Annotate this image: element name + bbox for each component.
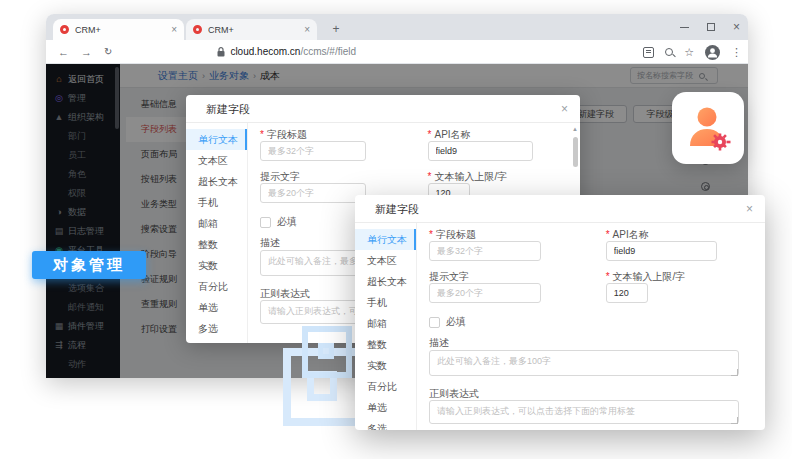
required-checkbox[interactable] — [260, 217, 271, 228]
crm-logo-icon — [60, 25, 69, 34]
modal-title: 新建字段 — [375, 195, 419, 223]
menu-integer[interactable]: 整数 — [355, 334, 416, 355]
required-asterisk: * — [428, 171, 432, 182]
menu-single-line-text[interactable]: 单行文本 — [186, 129, 247, 150]
zoom-lens-icon[interactable] — [665, 48, 673, 56]
required-checkbox[interactable] — [429, 317, 440, 328]
menu-long-text[interactable]: 超长文本 — [355, 271, 416, 292]
hint-text-input[interactable] — [429, 283, 541, 303]
menu-single-select[interactable]: 单选 — [186, 297, 247, 318]
crm-logo-icon — [193, 25, 202, 34]
required-checkbox-row: 必填 — [429, 315, 466, 329]
required-checkbox-label: 必填 — [446, 315, 466, 329]
menu-long-text[interactable]: 超长文本 — [186, 171, 247, 192]
field-form: *字段标题 *API名称 提示文字 *文本输入上限/字 必填 描述 正则表达式 — [429, 223, 739, 430]
hint-text-label: 提示文字 — [429, 270, 469, 284]
required-checkbox-row: 必填 — [260, 215, 297, 229]
tab-strip: CRM+ × CRM+ × + × — [46, 14, 748, 40]
tab-close-icon[interactable]: × — [304, 24, 310, 35]
menu-percent[interactable]: 百分比 — [186, 276, 247, 297]
field-title-input[interactable] — [429, 241, 541, 261]
menu-email[interactable]: 邮箱 — [186, 213, 247, 234]
browser-tab-inactive[interactable]: CRM+ × — [186, 19, 317, 40]
field-title-input[interactable] — [260, 141, 366, 161]
menu-real-number[interactable]: 实数 — [186, 255, 247, 276]
menu-email[interactable]: 邮箱 — [355, 313, 416, 334]
browser-profile-icon[interactable] — [705, 45, 720, 60]
hint-text-input[interactable] — [260, 183, 366, 203]
maximize-icon[interactable] — [707, 23, 715, 31]
field-title-label: *字段标题 — [429, 228, 476, 242]
browser-toolbar-icons: ☆ ⋮ — [643, 40, 742, 64]
new-field-modal-front: 新建字段 × 单行文本 文本区 超长文本 手机 邮箱 整数 实数 百分比 单选 … — [355, 195, 765, 430]
menu-phone[interactable]: 手机 — [355, 292, 416, 313]
lock-icon — [217, 47, 225, 57]
url-text[interactable]: cloud.hecom.cn/ccms/#/field — [230, 46, 356, 57]
text-limit-label: *文本输入上限/字 — [428, 170, 508, 184]
user-gear-icon — [682, 102, 734, 154]
modal-header: 新建字段 × — [355, 195, 765, 223]
menu-text-area[interactable]: 文本区 — [186, 150, 247, 171]
field-title-label: *字段标题 — [260, 128, 307, 142]
modal-scrollbar[interactable] — [573, 137, 578, 167]
menu-percent[interactable]: 百分比 — [355, 376, 416, 397]
description-textarea[interactable] — [429, 350, 739, 376]
required-asterisk: * — [428, 129, 432, 140]
url-path: /ccms/#/field — [300, 46, 356, 57]
object-management-label[interactable]: 对象管理 — [32, 251, 146, 279]
description-label: 描述 — [260, 236, 280, 250]
translate-icon[interactable] — [643, 47, 654, 58]
field-type-menu: 单行文本 文本区 超长文本 手机 邮箱 整数 实数 百分比 单选 多选 — [355, 223, 417, 430]
close-icon[interactable]: × — [746, 195, 753, 223]
tab-title: CRM+ — [75, 25, 165, 35]
menu-phone[interactable]: 手机 — [186, 192, 247, 213]
menu-text-area[interactable]: 文本区 — [355, 250, 416, 271]
menu-integer[interactable]: 整数 — [186, 234, 247, 255]
required-asterisk: * — [429, 229, 433, 240]
reload-icon[interactable]: ↻ — [104, 46, 112, 57]
resize-handle[interactable] — [731, 369, 738, 376]
hint-text-label: 提示文字 — [260, 170, 300, 184]
window-controls: × — [680, 14, 740, 40]
browser-tab-active[interactable]: CRM+ × — [53, 19, 184, 40]
forward-icon[interactable]: → — [81, 46, 92, 58]
description-label: 描述 — [429, 336, 449, 350]
watermark-square-inner — [318, 343, 334, 359]
bookmark-star-icon[interactable]: ☆ — [684, 46, 694, 59]
regex-label: 正则表达式 — [260, 287, 310, 301]
field-type-menu: 单行文本 文本区 超长文本 手机 邮箱 整数 实数 百分比 单选 多选 — [186, 123, 248, 343]
api-name-input[interactable] — [606, 241, 718, 261]
api-name-label: *API名称 — [606, 228, 649, 242]
minimize-icon[interactable] — [680, 27, 689, 28]
resize-handle[interactable] — [731, 417, 738, 424]
back-icon[interactable]: ← — [58, 46, 69, 58]
close-icon[interactable]: × — [561, 95, 568, 123]
tab-close-icon[interactable]: × — [171, 24, 177, 35]
menu-real-number[interactable]: 实数 — [355, 355, 416, 376]
menu-single-select[interactable]: 单选 — [355, 397, 416, 418]
text-limit-label: *文本输入上限/字 — [606, 270, 686, 284]
regex-label: 正则表达式 — [429, 387, 479, 401]
required-asterisk: * — [606, 229, 610, 240]
new-tab-button[interactable]: + — [328, 21, 344, 37]
avatar-card[interactable] — [672, 92, 744, 164]
required-asterisk: * — [606, 271, 610, 282]
window-close-icon[interactable]: × — [733, 21, 740, 33]
menu-dots-icon[interactable]: ⋮ — [731, 46, 742, 59]
address-bar: ← → ↻ cloud.hecom.cn/ccms/#/field ☆ ⋮ — [46, 40, 748, 64]
api-name-input[interactable] — [428, 141, 534, 161]
text-limit-input[interactable] — [606, 283, 648, 303]
modal-header: 新建字段 × — [186, 95, 580, 123]
menu-multi-select[interactable]: 多选 — [355, 418, 416, 430]
watermark-square — [302, 326, 352, 378]
scroll-up-icon[interactable]: ▲ — [572, 126, 578, 132]
menu-single-line-text[interactable]: 单行文本 — [355, 229, 416, 250]
modal-title: 新建字段 — [206, 95, 250, 123]
url-domain: cloud.hecom.cn — [230, 46, 300, 57]
tab-title: CRM+ — [208, 25, 298, 35]
regex-textarea[interactable] — [429, 400, 739, 424]
required-checkbox-label: 必填 — [277, 215, 297, 229]
api-name-label: *API名称 — [428, 128, 471, 142]
menu-multi-select[interactable]: 多选 — [186, 318, 247, 339]
required-asterisk: * — [260, 129, 264, 140]
